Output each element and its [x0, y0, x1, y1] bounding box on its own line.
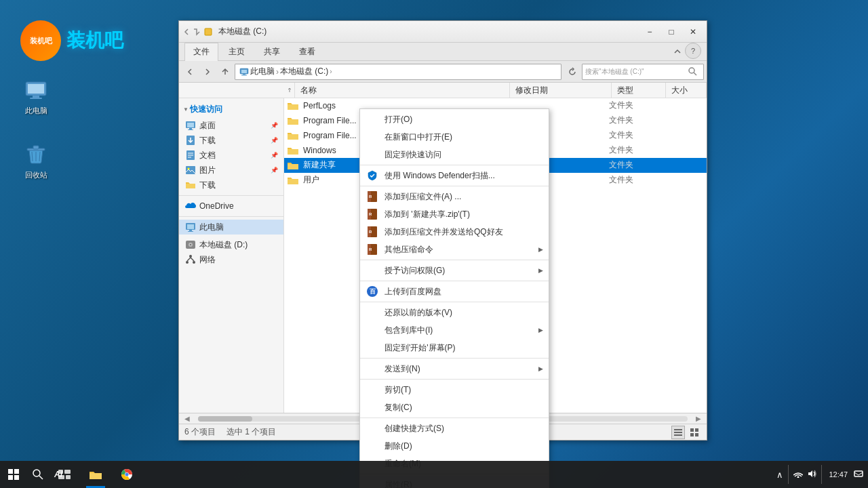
ctx-item-open[interactable]: 打开(O): [360, 110, 549, 128]
tray-notification-icon[interactable]: [852, 469, 865, 481]
system-clock[interactable]: 12:47: [825, 461, 852, 488]
ctx-item-more-compress[interactable]: R 其他压缩命令: [360, 241, 549, 258]
ribbon-tabs: 文件 主页 共享 查看 ?: [179, 43, 707, 60]
ctx-label: 剪切(T): [384, 384, 411, 396]
recycle-icon-label: 回收站: [25, 170, 47, 180]
minimize-button[interactable]: −: [639, 22, 660, 41]
sidebar-item-downloads2[interactable]: 下载: [179, 178, 283, 192]
sidebar-item-label: 本地磁盘 (D:): [199, 239, 248, 251]
sidebar-item-label: 图片: [199, 165, 216, 176]
tray-network-icon[interactable]: [791, 470, 805, 480]
system-tray: ∧ 12:47: [774, 461, 868, 488]
docs-icon: [184, 149, 197, 161]
refresh-button[interactable]: [564, 64, 580, 80]
sidebar-item-docs[interactable]: 文档 📌: [179, 148, 283, 163]
svg-text:R: R: [369, 195, 372, 199]
ctx-item-pin-quick[interactable]: 固定到快速访问: [360, 146, 549, 163]
svg-rect-1: [28, 84, 44, 94]
tab-view[interactable]: 查看: [290, 43, 324, 60]
ctx-item-shortcut[interactable]: 创建快捷方式(S): [360, 420, 549, 437]
file-type: 文件夹: [609, 100, 663, 111]
disk-d-icon: [184, 239, 197, 251]
svg-rect-45: [695, 433, 698, 436]
selected-count: 选中 1 个项目: [226, 426, 276, 438]
ctx-item-baidu[interactable]: 百 上传到百度网盘: [360, 283, 549, 300]
ctx-label: 在新窗口中打开(E): [384, 131, 452, 143]
ctx-label: 打开(O): [384, 114, 412, 125]
search-button[interactable]: [684, 64, 701, 80]
ctx-label: 添加到 '新建共享.zip'(T): [384, 209, 470, 220]
forward-button[interactable]: [199, 64, 216, 80]
scroll-thumb[interactable]: [198, 416, 252, 422]
ctx-item-add-zip[interactable]: R 添加到压缩文件(A) ...: [360, 188, 549, 205]
close-button[interactable]: ✕: [682, 22, 704, 41]
svg-text:R: R: [369, 212, 372, 216]
pin-icon: 📌: [271, 137, 278, 144]
sidebar-item-network[interactable]: 网络: [179, 252, 283, 267]
ctx-label: 其他压缩命令: [384, 244, 433, 256]
ctx-item-add-zip-send[interactable]: R 添加到压缩文件并发送给QQ好友: [360, 223, 549, 241]
list-view-button[interactable]: [671, 426, 685, 439]
sidebar-item-desktop[interactable]: 桌面 📌: [179, 118, 283, 133]
tab-file[interactable]: 文件: [184, 43, 218, 61]
ctx-separator: [360, 379, 549, 380]
maximize-button[interactable]: □: [660, 22, 682, 41]
col-date[interactable]: 修改日期: [510, 83, 612, 98]
back-button[interactable]: [182, 64, 198, 80]
ctx-item-open-new-window[interactable]: 在新窗口中打开(E): [360, 128, 549, 146]
sidebar-section-quick-access[interactable]: ▼ 快速访问: [179, 101, 283, 118]
ctx-item-access[interactable]: 授予访问权限(G): [360, 262, 549, 279]
desktop-icon-computer[interactable]: 此电脑: [12, 75, 60, 119]
ctx-item-copy[interactable]: 复制(C): [360, 399, 549, 416]
col-type[interactable]: 类型: [612, 83, 666, 98]
ctx-separator: [360, 358, 549, 359]
start-button[interactable]: [0, 461, 27, 488]
help-button[interactable]: ?: [685, 43, 701, 59]
tray-volume-icon[interactable]: [805, 469, 818, 481]
svg-rect-19: [188, 129, 193, 130]
tab-share[interactable]: 共享: [255, 43, 289, 60]
tray-divider: [788, 465, 789, 484]
ctx-item-include-lib[interactable]: 包含到库中(I): [360, 321, 549, 339]
sidebar-item-downloads[interactable]: 下载 📌: [179, 133, 283, 148]
ctx-separator: [360, 165, 549, 165]
ctx-label: 创建快捷方式(S): [384, 423, 444, 434]
nav-bar: 此电脑 › 本地磁盘 (C:) › 搜索"本地磁盘 (C:)": [179, 61, 707, 83]
file-type: 文件夹: [609, 115, 663, 126]
svg-rect-28: [187, 224, 194, 229]
ctx-item-restore[interactable]: 还原以前的版本(V): [360, 304, 549, 321]
tray-up-arrow[interactable]: ∧: [774, 470, 785, 480]
address-bar[interactable]: 此电脑 › 本地磁盘 (C:) ›: [235, 64, 561, 80]
col-name[interactable]: 名称: [295, 83, 510, 98]
ctx-label: 授予访问权限(G): [384, 265, 445, 277]
up-button[interactable]: [217, 64, 233, 80]
sidebar-item-pics[interactable]: 图片 📌: [179, 163, 283, 178]
svg-rect-30: [188, 231, 193, 232]
ctx-item-defender[interactable]: 使用 Windows Defender扫描...: [360, 167, 549, 184]
col-size[interactable]: 大小: [666, 83, 707, 98]
recycle-icon: [22, 142, 50, 169]
pin-icon: 📌: [271, 152, 278, 159]
desktop-icon-recycle[interactable]: 回收站: [12, 139, 60, 183]
sidebar-item-disk-d[interactable]: 本地磁盘 (D:): [179, 237, 283, 252]
svg-point-34: [189, 255, 192, 258]
ctx-label: 复制(C): [384, 402, 412, 413]
ctx-item-delete[interactable]: 删除(D): [360, 437, 549, 455]
search-bar[interactable]: 搜索"本地磁盘 (C:)": [582, 64, 704, 80]
sidebar-item-label: 桌面: [199, 120, 216, 131]
title-bar: 本地磁盘 (C:) − □ ✕: [179, 21, 707, 43]
volume-tray-icon: [807, 469, 816, 479]
ctx-item-add-zip-name[interactable]: R 添加到 '新建共享.zip'(T): [360, 205, 549, 223]
taskbar-chrome[interactable]: [111, 461, 142, 488]
sidebar-item-this-pc[interactable]: 此电脑: [179, 220, 283, 235]
notification-icon: [854, 469, 863, 479]
ctx-item-send-to[interactable]: 发送到(N): [360, 360, 549, 378]
tab-home[interactable]: 主页: [220, 43, 254, 60]
sidebar-item-onedrive[interactable]: OneDrive: [179, 199, 283, 214]
ctx-item-pin-start[interactable]: 固定到'开始'屏幕(P): [360, 339, 549, 357]
grid-view-button[interactable]: [688, 426, 701, 439]
item-count: 6 个项目: [184, 426, 216, 438]
taskbar-explorer[interactable]: [80, 461, 111, 488]
svg-rect-42: [690, 428, 694, 432]
ctx-item-cut[interactable]: 剪切(T): [360, 381, 549, 399]
